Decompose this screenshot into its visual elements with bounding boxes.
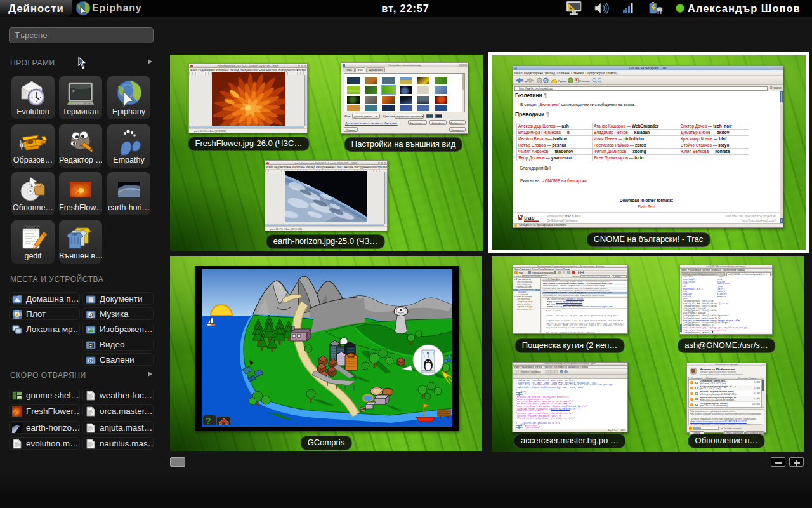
svg-text:?: ? (206, 416, 211, 426)
svg-text:Отметки: Отметки (579, 79, 590, 83)
svg-text:У дома: У дома (558, 79, 567, 83)
svg-text:Нов: Нов (519, 272, 523, 274)
svg-text:trac: trac (524, 215, 535, 221)
svg-text:Изпращане/получаване: Изпращане/получаване (532, 272, 555, 274)
svg-text:>_: >_ (72, 89, 78, 94)
